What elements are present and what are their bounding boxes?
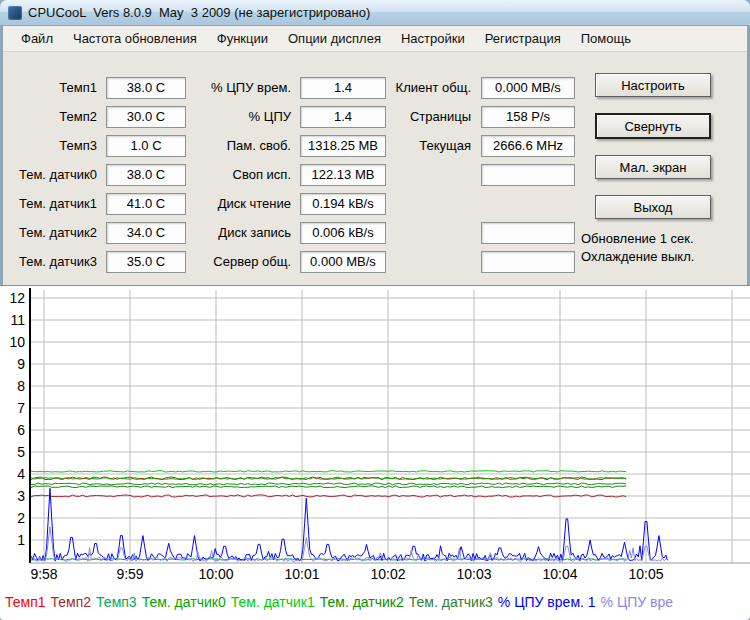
series-line-5 bbox=[31, 486, 626, 488]
x-tick-6: 10:04 bbox=[542, 566, 577, 582]
menu-item-3[interactable]: Опции дисплея bbox=[278, 28, 391, 49]
y-tick-1: 1 bbox=[17, 532, 25, 548]
menu-item-5[interactable]: Регистрация bbox=[475, 28, 571, 49]
net-value-3 bbox=[481, 164, 575, 186]
temp-value-1: 30.0 C bbox=[106, 106, 186, 128]
x-tick-2: 10:00 bbox=[198, 566, 233, 582]
sys-label-1: % ЦПУ bbox=[195, 109, 291, 124]
y-tick-5: 5 bbox=[17, 444, 25, 460]
x-tick-3: 10:01 bbox=[284, 566, 319, 582]
series-line-6 bbox=[31, 483, 626, 485]
net-value-6 bbox=[481, 251, 575, 273]
temp-row-4: Тем. датчик141.0 C bbox=[9, 189, 186, 218]
y-tick-7: 7 bbox=[17, 400, 25, 416]
x-tick-4: 10:02 bbox=[370, 566, 405, 582]
button-выход[interactable]: Выход bbox=[595, 195, 711, 219]
history-chart: 1234567891011129:589:5910:0010:0110:0210… bbox=[0, 286, 750, 586]
net-row-0: Клиент общ.0.000 MB/s bbox=[389, 73, 575, 102]
sys-value-2: 1318.25 MB bbox=[300, 135, 386, 157]
legend-item-8: % ЦПУ вре bbox=[601, 594, 674, 610]
button-настроить[interactable]: Настроить bbox=[595, 73, 711, 97]
legend-item-0: Темп1 bbox=[5, 594, 46, 610]
temp-label-4: Тем. датчик1 bbox=[9, 196, 97, 211]
menu-item-2[interactable]: Функции bbox=[207, 28, 278, 49]
sys-label-6: Сервер общ. bbox=[195, 254, 291, 269]
menu-item-4[interactable]: Настройки bbox=[391, 28, 475, 49]
net-row-5 bbox=[389, 218, 575, 247]
button-мал-экран[interactable]: Мал. экран bbox=[595, 155, 711, 179]
menubar: ФайлЧастота обновленияФункцииОпции диспл… bbox=[3, 26, 747, 52]
temp-value-3: 38.0 C bbox=[106, 164, 186, 186]
net-row-3 bbox=[389, 160, 575, 189]
legend-item-5: Тем. датчик2 bbox=[320, 594, 404, 610]
sys-label-4: Диск чтение bbox=[195, 196, 291, 211]
button-свернуть[interactable]: Свернуть bbox=[595, 113, 711, 139]
net-row-1: Страницы158 P/s bbox=[389, 102, 575, 131]
status-text: Обновление 1 сек.Охлаждение выкл. bbox=[581, 230, 694, 266]
net-row-6 bbox=[389, 247, 575, 276]
sys-row-2: Пам. своб.1318.25 MB bbox=[195, 131, 386, 160]
legend-item-3: Тем. датчик0 bbox=[142, 594, 226, 610]
menu-item-1[interactable]: Частота обновления bbox=[63, 28, 207, 49]
temp-row-3: Тем. датчик038.0 C bbox=[9, 160, 186, 189]
net-value-5 bbox=[481, 222, 575, 244]
sys-row-3: Своп исп.122.13 MB bbox=[195, 160, 386, 189]
series-line-1 bbox=[31, 495, 626, 497]
y-tick-8: 8 bbox=[17, 378, 25, 394]
legend-item-6: Тем. датчик3 bbox=[409, 594, 493, 610]
x-tick-7: 10:05 bbox=[628, 566, 663, 582]
status-line-1: Охлаждение выкл. bbox=[581, 248, 694, 266]
window-title: CPUCooL Vers 8.0.9 May 3 2009 (не зареги… bbox=[28, 5, 370, 20]
status-line-0: Обновление 1 сек. bbox=[581, 230, 694, 248]
legend-item-4: Тем. датчик1 bbox=[231, 594, 315, 610]
temp-label-0: Темп1 bbox=[9, 80, 97, 95]
sys-row-0: % ЦПУ врем.1.4 bbox=[195, 73, 386, 102]
net-value-2: 2666.6 MHz bbox=[481, 135, 575, 157]
temp-row-0: Темп138.0 C bbox=[9, 73, 186, 102]
sys-value-0: 1.4 bbox=[300, 77, 386, 99]
menu-item-0[interactable]: Файл bbox=[11, 28, 63, 49]
y-tick-2: 2 bbox=[17, 510, 25, 526]
series-line-7 bbox=[31, 488, 667, 561]
y-tick-3: 3 bbox=[17, 488, 25, 504]
app-window: CPUCooL Vers 8.0.9 May 3 2009 (не зареги… bbox=[0, 0, 750, 620]
x-tick-5: 10:03 bbox=[456, 566, 491, 582]
y-tick-6: 6 bbox=[17, 422, 25, 438]
legend-item-2: Темп3 bbox=[96, 594, 137, 610]
temp-label-1: Темп2 bbox=[9, 109, 97, 124]
temp-value-6: 35.0 C bbox=[106, 251, 186, 273]
temp-value-4: 41.0 C bbox=[106, 193, 186, 215]
temp-label-6: Тем. датчик3 bbox=[9, 254, 97, 269]
y-tick-12: 12 bbox=[9, 290, 25, 306]
menu-item-6[interactable]: Помощь bbox=[571, 28, 641, 49]
net-row-2: Текущая2666.6 MHz bbox=[389, 131, 575, 160]
x-tick-1: 9:59 bbox=[116, 566, 143, 582]
chart-area: 1234567891011129:589:5910:0010:0110:0210… bbox=[0, 285, 750, 620]
sys-label-5: Диск запись bbox=[195, 225, 291, 240]
temp-value-5: 34.0 C bbox=[106, 222, 186, 244]
net-value-0: 0.000 MB/s bbox=[481, 77, 575, 99]
sys-row-1: % ЦПУ1.4 bbox=[195, 102, 386, 131]
net-label-2: Текущая bbox=[389, 138, 471, 153]
temp-row-6: Тем. датчик335.0 C bbox=[9, 247, 186, 276]
system-stats-column: % ЦПУ врем.1.4% ЦПУ1.4Пам. своб.1318.25 … bbox=[195, 73, 386, 276]
sys-value-5: 0.006 kB/s bbox=[300, 222, 386, 244]
y-tick-10: 10 bbox=[9, 334, 25, 350]
titlebar[interactable]: CPUCooL Vers 8.0.9 May 3 2009 (не зареги… bbox=[0, 0, 750, 26]
control-panel: Темп138.0 CТемп230.0 CТемп31.0 CТем. дат… bbox=[3, 52, 747, 285]
sys-label-3: Своп исп. bbox=[195, 167, 291, 182]
sys-value-4: 0.194 kB/s bbox=[300, 193, 386, 215]
net-row-4 bbox=[389, 189, 575, 218]
sys-row-5: Диск запись0.006 kB/s bbox=[195, 218, 386, 247]
legend-item-1: Темп2 bbox=[51, 594, 92, 610]
sys-value-3: 122.13 MB bbox=[300, 164, 386, 186]
temp-value-2: 1.0 C bbox=[106, 135, 186, 157]
temp-value-0: 38.0 C bbox=[106, 77, 186, 99]
legend-item-7: % ЦПУ врем. 1 bbox=[498, 594, 596, 610]
y-tick-11: 11 bbox=[10, 312, 25, 328]
temp-label-2: Темп3 bbox=[9, 138, 97, 153]
sys-label-2: Пам. своб. bbox=[195, 138, 291, 153]
button-column: НастроитьСвернутьМал. экранВыход bbox=[595, 73, 711, 235]
temp-row-2: Темп31.0 C bbox=[9, 131, 186, 160]
temp-label-3: Тем. датчик0 bbox=[9, 167, 97, 182]
